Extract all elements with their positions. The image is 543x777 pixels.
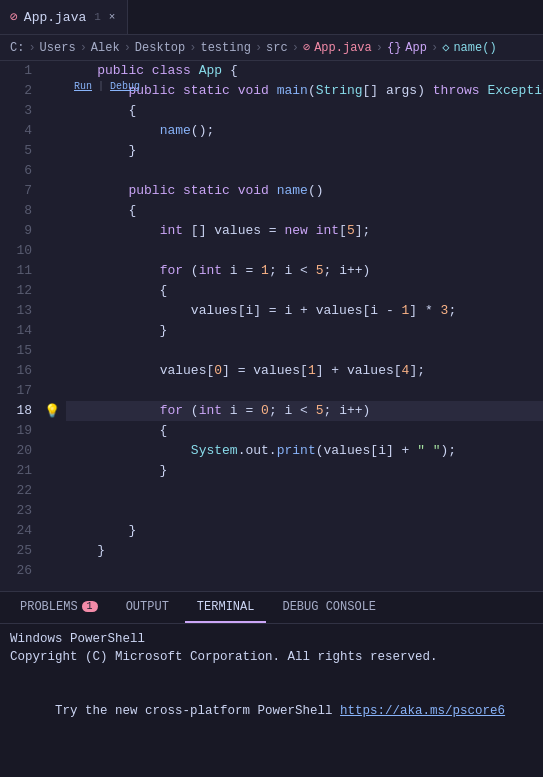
line-number-26: 26 bbox=[0, 561, 32, 581]
gutter-row-24 bbox=[42, 521, 62, 541]
gutter-row-11 bbox=[42, 261, 62, 281]
gutter-row-17 bbox=[42, 381, 62, 401]
terminal-line-2: Copyright (C) Microsoft Corporation. All… bbox=[10, 648, 533, 666]
bc-users: Users bbox=[40, 41, 76, 55]
problems-badge: 1 bbox=[82, 601, 98, 612]
gutter-row-25 bbox=[42, 541, 62, 561]
line-number-14: 14 bbox=[0, 321, 32, 341]
gutter-row-6 bbox=[42, 161, 62, 181]
code-line-21: } bbox=[66, 461, 543, 481]
code-line-18: for (int i = 0; i < 5; i++) bbox=[66, 401, 543, 421]
tab-close-button[interactable]: × bbox=[107, 10, 118, 24]
line-number-16: 16 bbox=[0, 361, 32, 381]
line-number-7: 7 bbox=[0, 181, 32, 201]
line-number-15: 15 bbox=[0, 341, 32, 361]
code-line-22 bbox=[66, 481, 543, 501]
tab-output[interactable]: OUTPUT bbox=[114, 592, 181, 623]
code-line-11: for (int i = 1; i < 5; i++) bbox=[66, 261, 543, 281]
line-number-9: 9 bbox=[0, 221, 32, 241]
tab-problems[interactable]: PROBLEMS 1 bbox=[8, 592, 110, 623]
code-line-13: values[i] = i + values[i - 1] * 3; bbox=[66, 301, 543, 321]
gutter-row-15 bbox=[42, 341, 62, 361]
code-line-7: public static void name() bbox=[66, 181, 543, 201]
terminal-line-5 bbox=[10, 738, 533, 756]
gutter-row-10 bbox=[42, 241, 62, 261]
file-error-icon: ⊘ bbox=[10, 9, 18, 25]
line-number-4: 4 bbox=[0, 121, 32, 141]
tab-debug-console[interactable]: DEBUG CONSOLE bbox=[270, 592, 388, 623]
code-line-14: } bbox=[66, 321, 543, 341]
terminal-line-3 bbox=[10, 666, 533, 684]
tab-app-java[interactable]: ⊘ App.java 1 × bbox=[0, 0, 128, 34]
code-line-23 bbox=[66, 501, 543, 521]
line-number-19: 19 bbox=[0, 421, 32, 441]
gutter: 💡 bbox=[42, 61, 62, 591]
gutter-row-23 bbox=[42, 501, 62, 521]
tab-label: App.java bbox=[24, 10, 86, 25]
gutter-row-26 bbox=[42, 561, 62, 581]
gutter-row-16 bbox=[42, 361, 62, 381]
tab-terminal[interactable]: TERMINAL bbox=[185, 592, 267, 623]
bc-drive: C: bbox=[10, 41, 24, 55]
terminal-cmd-line: PS C:\Users\Alek> & 'c:\Users\Alek\.vsco… bbox=[10, 756, 533, 777]
breadcrumb: C: › Users › Alek › Desktop › testing › … bbox=[0, 35, 543, 61]
bulb-icon[interactable]: 💡 bbox=[44, 403, 60, 419]
line-number-11: 11 bbox=[0, 261, 32, 281]
gutter-row-9 bbox=[42, 221, 62, 241]
line-number-5: 5 bbox=[0, 141, 32, 161]
code-line-19: { bbox=[66, 421, 543, 441]
panel: PROBLEMS 1 OUTPUT TERMINAL DEBUG CONSOLE… bbox=[0, 591, 543, 777]
bc-method-name: name() bbox=[453, 41, 496, 55]
gutter-row-18: 💡 bbox=[42, 401, 62, 421]
line-number-3: 3 bbox=[0, 101, 32, 121]
code-line-20: System.out.print(values[i] + " "); bbox=[66, 441, 543, 461]
line-number-22: 22 bbox=[0, 481, 32, 501]
bc-file: App.java bbox=[314, 41, 372, 55]
line-number-13: 13 bbox=[0, 301, 32, 321]
line-number-17: 17 bbox=[0, 381, 32, 401]
code-line-24: } bbox=[66, 521, 543, 541]
code-line-17 bbox=[66, 381, 543, 401]
gutter-row-4 bbox=[42, 121, 62, 141]
gutter-row-14 bbox=[42, 321, 62, 341]
bc-desktop: Desktop bbox=[135, 41, 185, 55]
bc-class-icon: {} bbox=[387, 41, 401, 55]
code-line-12: { bbox=[66, 281, 543, 301]
code-line-1: public class App { bbox=[66, 61, 543, 81]
code-line-15 bbox=[66, 341, 543, 361]
gutter-row-2 bbox=[42, 81, 62, 101]
bc-method-icon: ◇ bbox=[442, 40, 449, 55]
bc-class-name: App bbox=[405, 41, 427, 55]
bc-testing: testing bbox=[200, 41, 250, 55]
gutter-row-7 bbox=[42, 181, 62, 201]
code-line-26 bbox=[66, 561, 543, 581]
bc-alek: Alek bbox=[91, 41, 120, 55]
gutter-row-13 bbox=[42, 301, 62, 321]
code-line-10 bbox=[66, 241, 543, 261]
gutter-row-1 bbox=[42, 61, 62, 81]
line-number-8: 8 bbox=[0, 201, 32, 221]
line-number-18: 18 bbox=[0, 401, 32, 421]
line-number-20: 20 bbox=[0, 441, 32, 461]
code-line-3: { bbox=[66, 101, 543, 121]
code-line-6 bbox=[66, 161, 543, 181]
terminal-content[interactable]: Windows PowerShell Copyright (C) Microso… bbox=[0, 624, 543, 777]
run-link[interactable]: Run bbox=[74, 81, 92, 92]
line-number-6: 6 bbox=[0, 161, 32, 181]
line-number-25: 25 bbox=[0, 541, 32, 561]
gutter-row-5 bbox=[42, 141, 62, 161]
code-line-9: int [] values = new int[5]; bbox=[66, 221, 543, 241]
gutter-row-8 bbox=[42, 201, 62, 221]
code-line-4: name(); bbox=[66, 121, 543, 141]
code-area[interactable]: Run | Debug public class App { public st… bbox=[62, 61, 543, 591]
bc-src: src bbox=[266, 41, 288, 55]
line-number-24: 24 bbox=[0, 521, 32, 541]
bc-file-icon: ⊘ bbox=[303, 40, 310, 55]
gutter-row-20 bbox=[42, 441, 62, 461]
gutter-row-12 bbox=[42, 281, 62, 301]
debug-link[interactable]: Debug bbox=[110, 81, 140, 92]
line-number-10: 10 bbox=[0, 241, 32, 261]
tab-bar: ⊘ App.java 1 × bbox=[0, 0, 543, 35]
pscore-link[interactable]: https://aka.ms/pscore6 bbox=[340, 704, 505, 718]
tab-index: 1 bbox=[94, 11, 101, 23]
